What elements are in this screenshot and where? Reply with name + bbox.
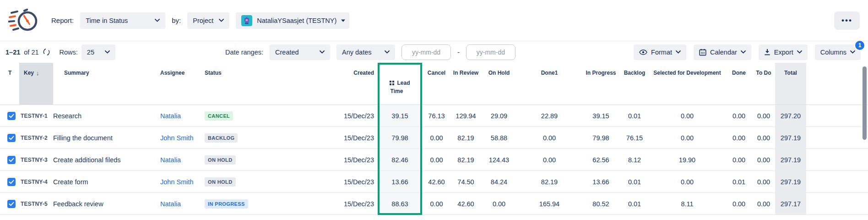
date-ranges-label: Date ranges: <box>225 49 263 56</box>
pagination-of: of 21 <box>24 49 38 56</box>
columns-button[interactable]: Columns 1 <box>815 44 861 60</box>
column-header-status[interactable]: Status <box>205 63 283 104</box>
column-header-type[interactable]: T <box>0 63 19 104</box>
created-date: 15/Dec/23 <box>283 149 378 170</box>
time-in-status-to-do: 0.00 <box>752 193 775 214</box>
column-header-cancel[interactable]: Cancel <box>422 63 451 104</box>
table-row: TESTNY-1 Research Natalia CANCEL 15/Dec/… <box>0 105 868 127</box>
total-value: 297.20 <box>775 105 806 126</box>
column-header-lead-time[interactable]: Lead Time <box>378 63 422 104</box>
date-from-input[interactable] <box>401 44 451 60</box>
chevron-down-icon <box>676 50 681 54</box>
key-header-label: Key <box>24 70 34 76</box>
total-value: 297.19 <box>775 127 806 148</box>
date-field-select[interactable]: Created <box>270 44 330 60</box>
by-label: by: <box>172 16 181 24</box>
issue-key: TESTNY-3 <box>19 149 53 170</box>
rows-per-page-select[interactable]: 25 <box>81 44 115 60</box>
status-badge: BACKLOG <box>205 133 238 143</box>
chevron-down-icon <box>385 50 390 54</box>
created-date: 15/Dec/23 <box>283 193 378 214</box>
column-header-total[interactable]: Total <box>775 63 806 104</box>
assignee-link[interactable]: John Smith <box>160 134 194 142</box>
sort-descending-icon[interactable]: ↓ <box>36 70 39 77</box>
drag-handle-icon[interactable] <box>390 81 394 85</box>
column-header-summary[interactable]: Summary <box>53 63 160 104</box>
table-header-row: T Key ↓ Summary Assignee Status Created … <box>0 63 868 105</box>
column-header-assignee[interactable]: Assignee <box>160 63 205 104</box>
time-in-status-to-do: 0.00 <box>752 171 775 192</box>
download-icon <box>764 49 770 55</box>
project-avatar <box>241 15 252 26</box>
row-checkbox[interactable] <box>7 134 16 142</box>
row-checkbox[interactable] <box>7 200 16 208</box>
issue-key: TESTNY-4 <box>19 171 53 192</box>
time-in-status-app: Report: Time in Status by: Project Nata <box>0 0 868 220</box>
time-in-status-cancel: 0.00 <box>422 149 451 170</box>
chevron-down-icon <box>320 50 325 54</box>
time-in-status-selected-for-development: 0.00 <box>649 105 726 126</box>
time-in-status-cancel: 76.13 <box>422 105 451 126</box>
time-in-status-backlog: 0.01 <box>620 105 649 126</box>
time-in-status-in-progress: 80.52 <box>581 193 620 214</box>
time-in-status-done1: 22.89 <box>517 105 581 126</box>
by-select[interactable]: Project <box>187 12 229 29</box>
vertical-scrollbar-thumb[interactable] <box>863 66 867 140</box>
assignee-link[interactable]: Natalia <box>160 200 181 208</box>
date-ranges-group: Date ranges: Created Any dates - <box>225 44 515 60</box>
chevron-down-icon <box>741 50 746 54</box>
date-to-input[interactable] <box>466 44 515 60</box>
format-button-label: Format <box>651 49 672 56</box>
column-header-selected-for-development[interactable]: Selected for Development <box>649 63 726 104</box>
date-preset-value: Any dates <box>342 49 372 56</box>
column-header-backlog[interactable]: Backlog <box>620 63 649 104</box>
assignee-link[interactable]: John Smith <box>160 178 194 186</box>
date-preset-select[interactable]: Any dates <box>336 44 395 60</box>
time-in-status-in-review: 74.50 <box>451 171 481 192</box>
more-actions-button[interactable]: ••• <box>834 11 860 30</box>
column-header-done1[interactable]: Done1 <box>517 63 581 104</box>
table-row: TESTNY-5 Feedback review Natalia IN PROG… <box>0 193 868 215</box>
pagination-range: 1–21 <box>5 49 20 56</box>
column-header-key[interactable]: Key ↓ <box>19 63 53 104</box>
row-checkbox[interactable] <box>7 178 16 186</box>
column-header-to-do[interactable]: To Do <box>752 63 775 104</box>
table-actions-group: Format Calendar <box>634 44 861 60</box>
calendar-button[interactable]: Calendar <box>694 44 751 60</box>
row-checkbox[interactable] <box>7 156 16 164</box>
column-header-in-review[interactable]: In Review <box>451 63 481 104</box>
time-in-status-done1: 82.19 <box>517 171 581 192</box>
time-in-status-backlog: 0.01 <box>620 171 649 192</box>
assignee-link[interactable]: Natalia <box>160 156 181 164</box>
column-header-created[interactable]: Created <box>283 63 378 104</box>
refresh-icon[interactable] <box>43 48 50 56</box>
column-header-on-hold[interactable]: On Hold <box>481 63 517 104</box>
issue-key: TESTNY-2 <box>19 127 53 148</box>
column-header-done[interactable]: Done <box>726 63 752 104</box>
total-value: 297.19 <box>775 171 806 192</box>
check-icon <box>9 136 14 140</box>
project-select-value: NataliaYSaasjet (TESTNY) <box>257 17 336 24</box>
time-in-status-done: 0.00 <box>726 193 752 214</box>
time-in-status-on-hold: 58.88 <box>481 127 517 148</box>
row-checkbox[interactable] <box>7 112 16 120</box>
report-select[interactable]: Time in Status <box>80 12 165 29</box>
time-in-status-in-progress: 13.66 <box>581 171 620 192</box>
time-in-status-backlog: 76.15 <box>620 127 649 148</box>
vertical-scrollbar[interactable] <box>863 65 867 218</box>
column-header-in-progress[interactable]: In Progress <box>581 63 620 104</box>
chevron-down-icon <box>850 50 855 54</box>
time-in-status-in-review: 82.19 <box>451 127 481 148</box>
created-date: 15/Dec/23 <box>283 127 378 148</box>
time-in-status-to-do: 0.00 <box>752 105 775 126</box>
export-button[interactable]: Export <box>759 44 808 60</box>
issue-summary: Create additional fileds <box>53 149 160 170</box>
date-range-separator: - <box>457 49 460 56</box>
format-button[interactable]: Format <box>634 44 686 60</box>
time-in-status-in-review: 82.19 <box>451 149 481 170</box>
assignee-link[interactable]: Natalia <box>160 112 181 120</box>
app-logo-stopwatch-icon <box>8 7 38 34</box>
chevron-down-icon <box>797 50 802 54</box>
check-icon <box>9 158 14 162</box>
project-select[interactable]: NataliaYSaasjet (TESTNY) <box>236 12 349 29</box>
